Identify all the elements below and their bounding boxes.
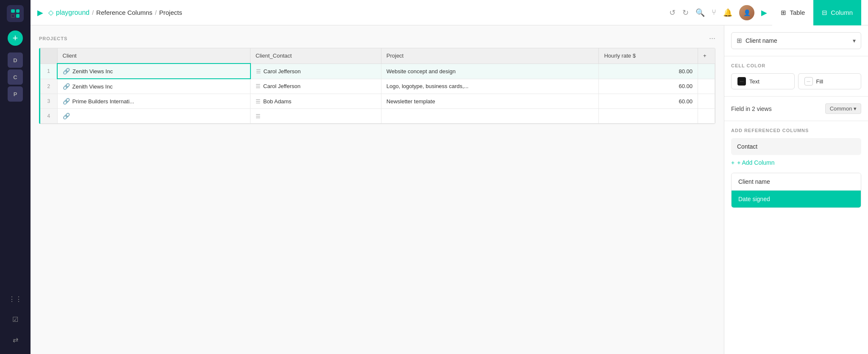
column-select-button[interactable]: ⊞ Client name ▾ [731,32,861,49]
nav-end-btn[interactable]: ▶ [761,8,767,17]
nav-forward-btn[interactable]: ▶ [37,8,43,17]
right-panel: ⊞ Client name ▾ CELL COLOR ··· Text ··· … [724,25,868,354]
project-cell-2[interactable]: Logo, logotype, business cards,... [381,79,599,94]
sidebar-item-d[interactable]: D [8,53,23,68]
client-value-1: Zenith Views Inc [72,68,113,75]
breadcrumb-app[interactable]: playground [56,9,89,17]
add-col-icon: + [703,53,707,59]
add-ref-label: ADD REFERENCED COLUMNS [731,128,861,133]
hourly-rate-header: Hourly rate $ [599,48,698,64]
client-contact-header: Client_Contact [250,48,381,64]
dropdown-item-client-name[interactable]: Client name [732,173,861,191]
client-header: Client [57,48,250,64]
add-button[interactable]: + [8,30,23,46]
client-cell-3[interactable]: 🔗 Prime Builders Internati... [57,94,250,109]
section-title: PROJECTS [39,36,67,41]
hierarchy-icon[interactable]: ⋮⋮ [8,291,23,307]
row-num-4: 4 [40,109,57,124]
table-header-row: Client Client_Contact Project Hourly rat… [40,48,715,64]
rate-cell-4[interactable] [599,109,698,124]
row-num-2: 2 [40,79,57,94]
contact-row[interactable]: Contact [731,138,861,155]
column-view-btn[interactable]: ⊟ Column [813,0,861,25]
contact-cell-2[interactable]: ☰ Carol Jefferson [250,79,381,94]
redo-btn[interactable]: ↻ [682,8,689,17]
contact-cell-3[interactable]: ☰ Bob Adams [250,94,381,109]
client-link-4: 🔗 [63,113,245,119]
contact-list-1: ☰ Carol Jefferson [256,68,376,75]
extra-cell-4 [698,109,715,124]
breadcrumb-projects[interactable]: Projects [159,9,182,16]
table-label: Table [790,9,805,16]
section-header: PROJECTS ··· [39,34,715,43]
link-icon-2: 🔗 [63,83,70,90]
text-color-swatch[interactable]: ··· Text [731,73,795,89]
client-cell-1[interactable]: 🔗 Zenith Views Inc [57,64,250,79]
projects-table: Client Client_Contact Project Hourly rat… [40,48,715,124]
row-num-3: 3 [40,94,57,109]
column-label: Column [831,9,853,16]
fill-label: Fill [816,78,823,85]
client-cell-4[interactable]: 🔗 [57,109,250,124]
common-badge[interactable]: Common ▾ [825,103,861,114]
column-select-chevron: ▾ [853,37,856,44]
shuffle-icon[interactable]: ⇄ [8,332,23,347]
contact-cell-1[interactable]: ☰ Carol Jefferson [250,64,381,79]
cell-color-section: CELL COLOR ··· Text ··· Fill [724,56,868,97]
fill-swatch-icon: ··· [804,77,813,86]
client-value-3: Prime Builders Internati... [72,98,134,105]
column-selector: ⊞ Client name ▾ [724,25,868,56]
add-column-link[interactable]: + + Add Column [731,159,861,166]
sidebar: + D C P ⋮⋮ ☑ ⇄ [0,0,31,354]
project-cell-4[interactable] [381,109,599,124]
search-btn[interactable]: 🔍 [696,8,705,17]
view-toggle: ⊞ Table ⊟ Column [772,0,861,25]
extra-cell-1 [698,64,715,79]
client-link-3: 🔗 Prime Builders Internati... [63,98,245,105]
color-options: ··· Text ··· Fill [731,73,861,89]
notifications-btn[interactable]: 🔔 [723,8,732,17]
project-cell-1[interactable]: Website concept and design [381,64,599,79]
contact-cell-4[interactable]: ☰ [250,109,381,124]
breadcrumb: ◇ playground / Reference Columns / Proje… [48,8,664,17]
dropdown-item-date-signed[interactable]: Date signed [732,191,861,207]
project-cell-3[interactable]: Newsletter template [381,94,599,109]
field-views-label: Field in 2 views [731,105,772,112]
share-btn[interactable]: ⑂ [712,8,716,17]
contact-value-2: Carol Jefferson [263,83,300,89]
topbar-actions: ↺ ↻ 🔍 ⑂ 🔔 👤 ▶ [669,5,767,20]
logo-dot-2 [16,9,20,13]
undo-btn[interactable]: ↺ [669,8,676,17]
fill-color-swatch[interactable]: ··· Fill [798,73,862,89]
rate-cell-3[interactable]: 60.00 [599,94,698,109]
sidebar-item-p[interactable]: P [8,86,23,102]
link-icon-4: 🔗 [63,113,70,119]
contact-list-4: ☰ [256,113,376,119]
main-content: ▶ ◇ playground / Reference Columns / Pro… [31,0,868,354]
list-icon-3: ☰ [256,98,261,105]
table-row: 4 🔗 ☰ [40,109,715,124]
link-icon-3: 🔗 [63,98,70,105]
table-area: PROJECTS ··· Client Client_Contact Proje… [31,25,724,354]
sidebar-item-c[interactable]: C [8,69,23,85]
rate-cell-1[interactable]: 80.00 [599,64,698,79]
client-value-2: Zenith Views Inc [72,83,113,90]
client-cell-2[interactable]: 🔗 Zenith Views Inc [57,79,250,94]
breadcrumb-ref-columns[interactable]: Reference Columns [96,9,153,16]
contact-value-3: Bob Adams [263,98,292,105]
section-more-btn[interactable]: ··· [709,34,715,43]
column-dropdown: Client name Date signed [731,173,861,208]
list-icon-2: ☰ [256,83,261,89]
logo-dot-1 [11,9,15,13]
table-icon: ⊞ [781,9,786,17]
table-view-btn[interactable]: ⊞ Table [772,0,813,25]
contact-value-1: Carol Jefferson [264,68,301,75]
checkbox-icon[interactable]: ☑ [8,312,23,327]
data-table: Client Client_Contact Project Hourly rat… [39,48,715,124]
table-row: 2 🔗 Zenith Views Inc ☰ Carol Je [40,79,715,94]
add-col-header[interactable]: + [698,48,715,64]
avatar[interactable]: 👤 [739,5,754,20]
logo-grid [11,9,19,18]
list-icon-1: ☰ [256,68,261,75]
rate-cell-2[interactable]: 60.00 [599,79,698,94]
